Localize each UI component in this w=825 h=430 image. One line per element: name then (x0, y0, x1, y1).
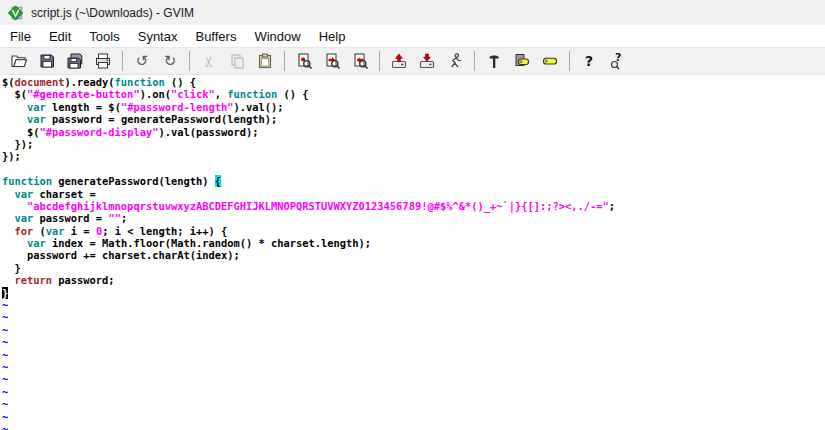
tilde-marker: ~ (2, 349, 8, 361)
code-token: "#password-length" (121, 101, 234, 113)
find-next-button[interactable] (320, 50, 344, 72)
toolbar: ↺↻✂?? (0, 48, 825, 75)
run-script-button[interactable] (443, 50, 467, 72)
code-line: $("#password-display").val(password); (2, 126, 825, 138)
open-button[interactable] (7, 50, 31, 72)
cut-icon: ✂ (200, 52, 218, 70)
text-cursor: } (2, 287, 8, 299)
title-bar[interactable]: script.js (~\Downloads) - GVIM (0, 0, 825, 25)
toolbar-separator (284, 51, 285, 71)
code-token (2, 188, 15, 200)
code-token (2, 237, 27, 249)
code-line: var password = generatePassword(length); (2, 113, 825, 125)
run-ctags-button[interactable] (510, 50, 534, 72)
undo-icon: ↺ (133, 52, 151, 70)
tilde-marker: ~ (2, 336, 8, 348)
vim-logo-icon (8, 5, 24, 21)
menu-window[interactable]: Window (245, 26, 309, 47)
menu-syntax[interactable]: Syntax (129, 26, 187, 47)
code-token: length = $( (46, 101, 121, 113)
code-line: var length = $("#password-length").val()… (2, 101, 825, 113)
code-token: }); (2, 150, 21, 162)
tag-jump-button[interactable] (538, 50, 562, 72)
menu-tools[interactable]: Tools (80, 26, 128, 47)
redo-button[interactable]: ↻ (158, 50, 182, 72)
find-help-button[interactable]: ? (605, 50, 629, 72)
copy-icon (228, 52, 246, 70)
find-prev-button[interactable] (348, 50, 372, 72)
make-button[interactable] (482, 50, 506, 72)
empty-line-marker: ~ (2, 311, 825, 323)
code-token: password = (33, 212, 108, 224)
code-line: } (2, 262, 825, 274)
code-token: var (27, 237, 46, 249)
tilde-marker: ~ (2, 324, 8, 336)
save-all-button[interactable] (63, 50, 87, 72)
empty-line-marker: ~ (2, 299, 825, 311)
find-prev-icon (351, 52, 369, 70)
find-next-icon (323, 52, 341, 70)
code-token (2, 101, 27, 113)
tilde-marker: ~ (2, 361, 8, 373)
paste-button[interactable] (253, 50, 277, 72)
code-token: for (15, 225, 34, 237)
code-token: ).val(); (234, 101, 284, 113)
menu-help[interactable]: Help (310, 26, 355, 47)
menu-file[interactable]: File (1, 26, 40, 47)
code-token: password = generatePassword(length); (46, 113, 277, 125)
code-token: function (227, 88, 277, 100)
tilde-marker: ~ (2, 311, 8, 323)
tilde-marker: ~ (2, 423, 8, 430)
tilde-marker: ~ (2, 411, 8, 423)
load-session-button[interactable] (387, 50, 411, 72)
find-help-icon: ? (608, 52, 626, 70)
code-token: function (2, 175, 52, 187)
code-token: $( (2, 126, 40, 138)
menu-buffers[interactable]: Buffers (186, 26, 245, 47)
code-token: $( (2, 76, 15, 88)
toolbar-separator (122, 51, 123, 71)
code-token: "#password-display" (40, 126, 159, 138)
paste-icon (256, 52, 274, 70)
code-token: var (15, 212, 34, 224)
empty-line-marker: ~ (2, 411, 825, 423)
window-title: script.js (~\Downloads) - GVIM (31, 6, 194, 20)
code-token: ).val(password); (158, 126, 258, 138)
help-button[interactable]: ? (577, 50, 601, 72)
code-token: return (15, 274, 53, 286)
code-token: { (215, 175, 221, 187)
empty-line-marker: ~ (2, 336, 825, 348)
code-token: , (215, 88, 228, 100)
save-session-button[interactable] (415, 50, 439, 72)
code-token (2, 225, 15, 237)
code-token: generatePassword(length) (52, 175, 215, 187)
code-token: } (2, 262, 21, 274)
menu-edit[interactable]: Edit (40, 26, 80, 47)
code-line: $("#generate-button").on("click", functi… (2, 88, 825, 100)
load-session-icon (390, 52, 408, 70)
save-icon (38, 52, 56, 70)
find-button[interactable] (292, 50, 316, 72)
cut-button[interactable]: ✂ (197, 50, 221, 72)
toolbar-separator (474, 51, 475, 71)
code-token: "click" (171, 88, 215, 100)
code-token: ; (609, 200, 615, 212)
text-editor-area[interactable]: $(document).ready(function () { $("#gene… (0, 75, 825, 430)
code-line: function generatePassword(length) { (2, 175, 825, 187)
code-token: var (46, 225, 65, 237)
undo-button[interactable]: ↺ (130, 50, 154, 72)
help-icon: ? (580, 52, 598, 70)
copy-button[interactable] (225, 50, 249, 72)
empty-line-marker: ~ (2, 373, 825, 385)
code-line: }); (2, 150, 825, 162)
toolbar-separator (379, 51, 380, 71)
code-line: $(document).ready(function () { (2, 76, 825, 88)
save-button[interactable] (35, 50, 59, 72)
code-token: ).ready( (65, 76, 115, 88)
print-button[interactable] (91, 50, 115, 72)
toolbar-separator (569, 51, 570, 71)
empty-line-marker: ~ (2, 386, 825, 398)
code-token: () { (165, 76, 196, 88)
empty-line-marker: ~ (2, 361, 825, 373)
code-token: password += charset.charAt(index); (2, 249, 240, 261)
